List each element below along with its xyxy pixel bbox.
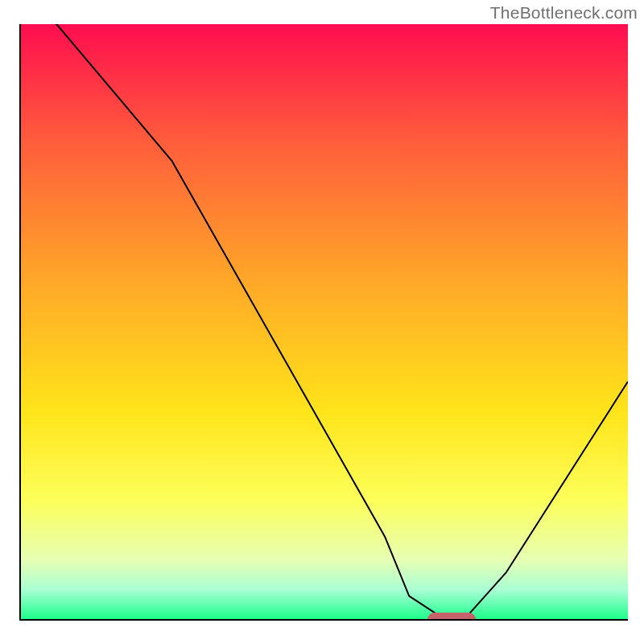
chart-background-gradient (20, 24, 628, 620)
bottleneck-chart (0, 0, 644, 644)
watermark-text: TheBottleneck.com (490, 3, 638, 23)
chart-container: TheBottleneck.com (0, 0, 644, 644)
